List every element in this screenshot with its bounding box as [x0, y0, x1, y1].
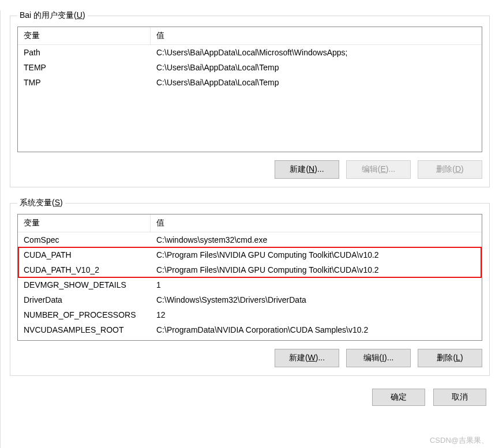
table-row[interactable]: PathC:\Users\Bai\AppData\Local\Microsoft…: [18, 45, 482, 60]
sys-buttons-row: 新建(W)... 编辑(I)... 删除(L): [17, 349, 482, 367]
user-new-button[interactable]: 新建(N)...: [275, 160, 339, 179]
cell-variable-value: C:\Users\Bai\AppData\Local\Temp: [151, 62, 482, 73]
cancel-button[interactable]: 取消: [433, 389, 486, 406]
column-header-name[interactable]: 变量: [18, 27, 151, 44]
cell-variable-value: C:\Program Files\NVIDIA GPU Computing To…: [151, 249, 482, 261]
ok-button[interactable]: 确定: [372, 389, 425, 406]
cell-variable-value: 1: [151, 279, 482, 291]
cell-variable-name: Path: [18, 47, 151, 58]
sys-list-header: 变量 值: [18, 214, 482, 232]
table-row[interactable]: TEMPC:\Users\Bai\AppData\Local\Temp: [18, 60, 482, 75]
watermark-text: CSDN@吉果果、: [430, 435, 489, 446]
user-edit-button[interactable]: 编辑(E)...: [346, 160, 411, 179]
legend-hotkey: S: [55, 198, 60, 207]
cell-variable-name: NVCUDASAMPLES_ROOT: [18, 324, 151, 336]
user-buttons-row: 新建(N)... 编辑(E)... 删除(D): [17, 160, 482, 179]
legend-suffix: ): [60, 198, 63, 207]
cell-variable-name: TEMP: [18, 62, 151, 73]
system-variables-group: 系统变量(S) 变量 值 ComSpecC:\windows\system32\…: [10, 198, 490, 376]
cell-variable-name: NUMBER_OF_PROCESSORS: [18, 309, 151, 321]
cell-variable-name: DEVMGR_SHOW_DETAILS: [18, 279, 151, 291]
table-row[interactable]: CUDA_PATH_V10_2C:\Program Files\NVIDIA G…: [18, 262, 482, 277]
table-row[interactable]: CUDA_PATHC:\Program Files\NVIDIA GPU Com…: [18, 247, 482, 262]
table-row[interactable]: TMPC:\Users\Bai\AppData\Local\Temp: [18, 75, 482, 90]
user-variables-list[interactable]: 变量 值 PathC:\Users\Bai\AppData\Local\Micr…: [17, 27, 482, 152]
table-row[interactable]: NVCUDASAMPLES_ROOTC:\ProgramData\NVIDIA …: [18, 322, 482, 337]
environment-variables-dialog: Bai 的用户变量(U) 变量 值 PathC:\Users\Bai\AppDa…: [0, 10, 499, 448]
legend-hotkey: U: [77, 10, 82, 20]
table-row[interactable]: ComSpecC:\windows\system32\cmd.exe: [18, 232, 482, 247]
cell-variable-value: C:\Users\Bai\AppData\Local\Microsoft\Win…: [151, 47, 482, 58]
cell-variable-name: ComSpec: [18, 234, 151, 246]
system-variables-legend: 系统变量(S): [17, 198, 65, 208]
table-row[interactable]: NUMBER_OF_PROCESSORS12: [18, 307, 482, 322]
cell-variable-name: DriverData: [18, 294, 151, 306]
sys-delete-button[interactable]: 删除(L): [418, 349, 482, 367]
column-header-name[interactable]: 变量: [18, 214, 151, 232]
column-header-value[interactable]: 值: [151, 214, 482, 232]
cell-variable-value: C:\windows\system32\cmd.exe: [151, 234, 482, 246]
cell-variable-value: C:\Program Files\NVIDIA GPU Computing To…: [151, 264, 482, 276]
cell-variable-name: TMP: [18, 77, 151, 88]
table-row[interactable]: DEVMGR_SHOW_DETAILS1: [18, 277, 482, 292]
cell-variable-name: CUDA_PATH: [18, 249, 151, 261]
table-row[interactable]: DriverDataC:\Windows\System32\Drivers\Dr…: [18, 292, 482, 307]
cell-variable-value: C:\Windows\System32\Drivers\DriverData: [151, 294, 482, 306]
system-variables-list[interactable]: 变量 值 ComSpecC:\windows\system32\cmd.exeC…: [17, 214, 482, 341]
cell-variable-name: CUDA_PATH_V10_2: [18, 264, 151, 276]
sys-edit-button[interactable]: 编辑(I)...: [346, 349, 411, 367]
cell-variable-value: C:\ProgramData\NVIDIA Corporation\CUDA S…: [151, 324, 482, 336]
user-list-header: 变量 值: [18, 27, 482, 45]
column-header-value[interactable]: 值: [151, 27, 482, 44]
dialog-buttons-row: 确定 取消: [10, 383, 490, 406]
user-variables-group: Bai 的用户变量(U) 变量 值 PathC:\Users\Bai\AppDa…: [10, 10, 490, 187]
user-delete-button[interactable]: 删除(D): [418, 160, 482, 179]
legend-prefix: 系统变量(: [20, 198, 55, 207]
user-variables-legend: Bai 的用户变量(U): [17, 10, 88, 21]
cell-variable-value: 12: [151, 309, 482, 321]
legend-suffix: ): [82, 10, 85, 20]
sys-new-button[interactable]: 新建(W)...: [275, 349, 339, 367]
cell-variable-value: C:\Users\Bai\AppData\Local\Temp: [151, 77, 482, 88]
legend-prefix: Bai 的用户变量(: [20, 10, 77, 20]
